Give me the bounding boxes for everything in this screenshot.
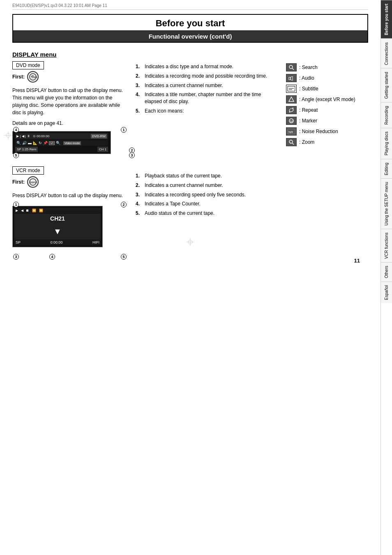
zoom-icon: + xyxy=(286,138,297,146)
dvd-features-list: 1. Indicates a disc type and a format mo… xyxy=(136,63,278,115)
first-label-dvd: First: DISPLAY xyxy=(12,71,127,83)
sidebar-item-playing-discs[interactable]: Playing discs xyxy=(381,128,392,159)
icon-zoom: + : Zoom xyxy=(286,138,368,146)
vcr-bottom-row: SP 0:00:00 HIFI xyxy=(14,240,101,245)
dvd-description: Press DISPLAY button to call up the disp… xyxy=(12,87,127,116)
list-item: 1. Indicates a disc type and a format mo… xyxy=(136,63,278,70)
vcr-left-column: VCR mode First: DISPLAY Press DISPLAY bu… xyxy=(12,166,127,256)
svg-line-15 xyxy=(292,143,294,145)
vcr-middle-column: 1. Playback status of the current tape. … xyxy=(136,166,278,256)
angle-icon xyxy=(286,95,297,104)
display-menu-section: DISPLAY menu DVD mode First: DISPLAY Pre… xyxy=(12,51,368,154)
sidebar-item-recording[interactable]: Recording xyxy=(381,102,392,128)
svg-text:NR: NR xyxy=(288,130,293,134)
print-crosshair-left xyxy=(4,131,12,141)
list-item: 5. Audio status of the current tape. xyxy=(136,210,278,217)
icon-marker: M : Marker xyxy=(286,117,368,125)
icon-subtitle: : Subtitle xyxy=(286,85,368,93)
svg-line-3 xyxy=(292,68,294,70)
svg-point-2 xyxy=(289,65,293,69)
svg-text:+: + xyxy=(290,141,291,143)
vcr-screen-top-row: ▶ ◀ ⏹ ⏪ ⏩ xyxy=(14,208,101,213)
right-column-icons: : Search : Audio : Subtitle xyxy=(286,51,368,154)
page-title: Before you start xyxy=(13,15,367,31)
list-item: 3. Indicates a current channel number. xyxy=(136,82,278,89)
display-button-icon: DISPLAY xyxy=(27,71,39,83)
sidebar-item-before-you-start[interactable]: Before you start xyxy=(381,0,392,39)
svg-text:DISPLAY: DISPLAY xyxy=(32,76,37,78)
icon-noise-reduction: NR : Noise Reduction xyxy=(286,127,368,136)
vcr-channel: CH21 xyxy=(14,214,101,223)
dvd-screen-mockup: 4 1 ▶ | ◀ | ⏸ ⊙ 00:00:00 DVD-RW 🔍🔊▬📐↻📌NR… xyxy=(12,131,127,154)
list-item: 1. Playback status of the current tape. xyxy=(136,173,278,180)
svg-text:DISPLAY: DISPLAY xyxy=(30,181,37,184)
svg-marker-9 xyxy=(289,97,294,101)
vcr-right-column xyxy=(286,166,368,256)
vcr-mode-box: VCR mode xyxy=(12,166,44,175)
sidebar-item-getting-started[interactable]: Getting started xyxy=(381,68,392,102)
icon-audio: : Audio xyxy=(286,74,368,82)
vcr-features-list: 1. Playback status of the current tape. … xyxy=(136,173,278,217)
list-item: 2. Indicates a current channel number. xyxy=(136,182,278,189)
sidebar-item-editing[interactable]: Editing xyxy=(381,159,392,179)
svg-rect-6 xyxy=(288,86,295,91)
list-item: 5. Each icon means: xyxy=(136,108,278,115)
middle-column: 1. Indicates a disc type and a format mo… xyxy=(136,51,278,154)
details-text: Details are on page 41. xyxy=(12,120,127,126)
section-heading-display: DISPLAY menu xyxy=(12,51,127,58)
svg-rect-4 xyxy=(289,77,291,80)
list-item: 2. Indicates a recording mode and possib… xyxy=(136,73,278,80)
search-icon xyxy=(286,63,297,71)
sidebar-item-setup-menu[interactable]: Using the SETUP menu xyxy=(381,178,392,229)
left-column: DISPLAY menu DVD mode First: DISPLAY Pre… xyxy=(12,51,127,154)
subtitle-icon xyxy=(286,85,297,93)
sidebar-item-espanol[interactable]: Español xyxy=(381,281,392,303)
noise-reduction-icon: NR xyxy=(286,127,297,136)
icon-repeat: : Repeat xyxy=(286,106,368,114)
sidebar-item-others[interactable]: Others xyxy=(381,262,392,281)
icon-search: : Search xyxy=(286,63,368,71)
main-content: E9410UD(EN/SP)v1.qx3 04.3.22 10:01 AM Pa… xyxy=(0,0,380,272)
dvd-screen-top-row: ▶ | ◀ | ⏸ ⊙ 00:00:00 DVD-RW xyxy=(15,133,108,139)
title-section: Before you start Functional overview (co… xyxy=(12,14,368,43)
list-item: 3. Indicates a recording speed only five… xyxy=(136,191,278,198)
icon-legend-list: : Search : Audio : Subtitle xyxy=(286,63,368,146)
list-item: 4. Indicates a Tape Counter. xyxy=(136,200,278,207)
svg-text:M: M xyxy=(290,120,293,123)
vcr-screen-mockup: 1 2 ▶ ◀ ⏹ ⏪ ⏩ CH21 ▼ SP 0:00:00 HIFI xyxy=(12,206,127,256)
marker-icon: M xyxy=(286,117,297,125)
dvd-screen-icons-row: 🔍🔊▬📐↻📌NR🔍 Video mode xyxy=(15,140,108,146)
dvd-mode-box: DVD mode xyxy=(12,61,44,69)
svg-marker-5 xyxy=(291,76,293,81)
page-number: 11 xyxy=(354,258,360,264)
repeat-icon xyxy=(286,106,297,114)
print-crosshair-bottom xyxy=(186,238,194,247)
dvd-display-screen: ▶ | ◀ | ⏸ ⊙ 00:00:00 DVD-RW 🔍🔊▬📐↻📌NR🔍 Vi… xyxy=(12,131,111,154)
sidebar-item-vcr-functions[interactable]: VCR functions xyxy=(381,229,392,262)
side-navigation: Before you start Connections Getting sta… xyxy=(380,0,392,555)
file-info: E9410UD(EN/SP)v1.qx3 04.3.22 10:01 AM Pa… xyxy=(12,0,368,10)
list-item: 4. Indicates a title number, chapter num… xyxy=(136,91,278,105)
vcr-display-button-icon: DISPLAY xyxy=(27,176,39,188)
icon-angle: : Angle (except VR mode) xyxy=(286,95,368,104)
vcr-display-screen: ▶ ◀ ⏹ ⏪ ⏩ CH21 ▼ SP 0:00:00 HIFI xyxy=(12,206,103,247)
audio-icon xyxy=(286,74,297,82)
sidebar-item-connections[interactable]: Connections xyxy=(381,39,392,69)
page-subtitle: Functional overview (cont'd) xyxy=(13,31,367,42)
vcr-description: Press DISPLAY button to call up the disp… xyxy=(12,192,127,199)
first-label-vcr: First: DISPLAY xyxy=(12,176,127,188)
